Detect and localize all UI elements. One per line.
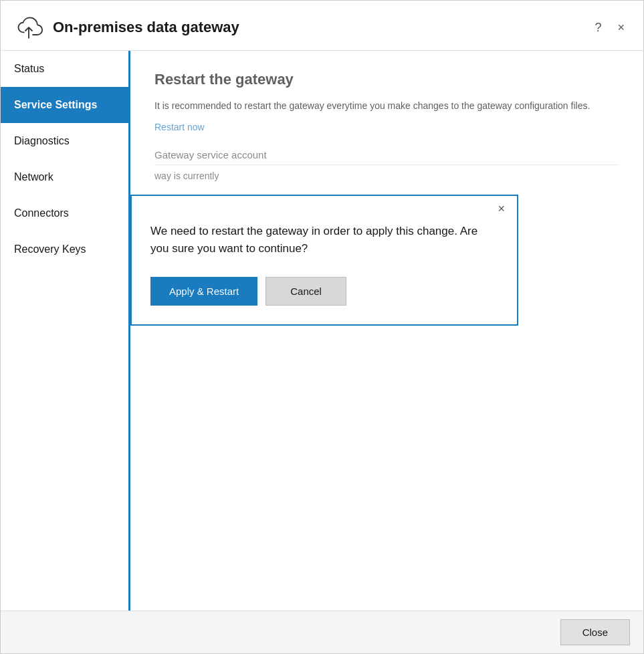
sidebar-item-connectors[interactable]: Connectors (1, 195, 128, 231)
app-title: On-premises data gateway (53, 19, 239, 36)
close-button[interactable]: Close (560, 619, 630, 645)
help-button[interactable]: ? (589, 19, 607, 36)
modal-body: We need to restart the gateway in order … (132, 216, 517, 324)
title-bar: On-premises data gateway ? × (1, 1, 643, 51)
content-area: Restart the gateway It is recommended to… (130, 51, 643, 611)
sidebar-item-recovery-keys[interactable]: Recovery Keys (1, 231, 128, 267)
sidebar-item-service-settings[interactable]: Service Settings (1, 87, 128, 123)
title-bar-left: On-premises data gateway (14, 13, 239, 42)
footer: Close (1, 611, 643, 653)
close-window-button[interactable]: × (612, 19, 630, 36)
cloud-upload-icon (14, 13, 43, 42)
modal-message: We need to restart the gateway in order … (150, 223, 498, 258)
sidebar-item-network[interactable]: Network (1, 159, 128, 195)
cancel-button[interactable]: Cancel (265, 277, 346, 306)
title-bar-right: ? × (589, 19, 630, 36)
modal-close-button[interactable]: × (494, 201, 509, 216)
sidebar: Status Service Settings Diagnostics Netw… (1, 51, 130, 611)
modal-dialog: × We need to restart the gateway in orde… (130, 195, 518, 326)
modal-actions: Apply & Restart Cancel (150, 277, 498, 306)
apply-restart-button[interactable]: Apply & Restart (150, 277, 257, 306)
sidebar-item-status[interactable]: Status (1, 51, 128, 87)
main-layout: Status Service Settings Diagnostics Netw… (1, 51, 643, 611)
modal-overlay: × We need to restart the gateway in orde… (130, 51, 643, 611)
app-window: On-premises data gateway ? × Status Serv… (0, 0, 644, 654)
sidebar-item-diagnostics[interactable]: Diagnostics (1, 123, 128, 159)
modal-close-row: × (132, 196, 517, 216)
